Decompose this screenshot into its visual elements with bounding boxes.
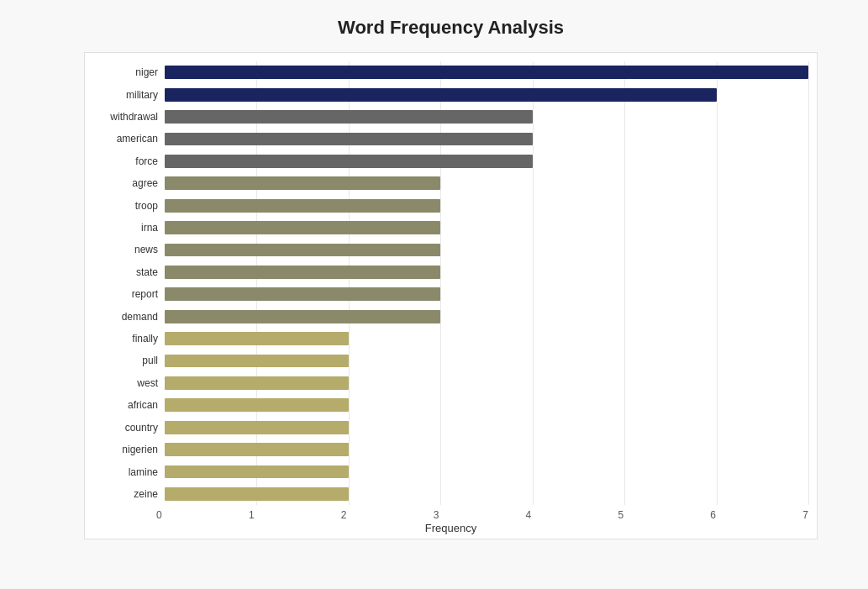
- bar: [165, 133, 533, 146]
- bar: [165, 155, 533, 168]
- x-axis-title: Frequency: [85, 522, 817, 534]
- bar: [165, 266, 440, 279]
- x-tick-label: 5: [618, 509, 623, 521]
- bar-row: withdrawal: [93, 106, 808, 128]
- bar-label: nigerien: [93, 444, 165, 455]
- bar: [165, 110, 533, 124]
- bar-row: report: [93, 283, 808, 305]
- bar-label: news: [93, 244, 165, 255]
- bar-row: finally: [93, 328, 808, 350]
- bar-row: lamine: [93, 460, 808, 482]
- bar-label: niger: [93, 66, 165, 78]
- bar-row: irna: [93, 217, 808, 239]
- bar: [165, 376, 349, 390]
- bar-row: niger: [93, 61, 808, 83]
- bar-label: withdrawal: [93, 111, 165, 123]
- bar-label: agree: [93, 177, 165, 189]
- bar-label: american: [93, 133, 165, 145]
- bar-track: [165, 355, 808, 368]
- bar-track: [165, 133, 808, 146]
- bar-label: troop: [93, 200, 165, 212]
- bar-row: agree: [93, 172, 808, 194]
- bar: [165, 310, 440, 323]
- bar-track: [165, 221, 808, 234]
- bar-track: [165, 465, 808, 479]
- bar-label: west: [93, 377, 165, 389]
- bar-row: country: [93, 417, 808, 439]
- bar: [165, 88, 717, 102]
- bar-row: state: [93, 261, 808, 283]
- bar-label: report: [93, 288, 165, 300]
- bar-track: [165, 199, 808, 213]
- bar-track: [165, 421, 808, 434]
- bar-label: lamine: [93, 466, 165, 478]
- bar-label: african: [93, 399, 165, 411]
- bar-label: country: [93, 422, 165, 434]
- bar: [165, 421, 349, 434]
- bar: [165, 355, 349, 368]
- bar: [165, 398, 349, 412]
- bar: [165, 465, 349, 479]
- bar-track: [165, 487, 808, 501]
- bar-track: [165, 244, 808, 257]
- x-tick-label: 4: [526, 509, 532, 521]
- bar-label: force: [93, 155, 165, 167]
- bar-track: [165, 376, 808, 390]
- chart-container: Word Frequency Analysis nigermilitarywit…: [0, 0, 868, 589]
- bar-track: [165, 398, 808, 412]
- bar-label: military: [93, 89, 165, 101]
- x-tick-label: 2: [341, 509, 347, 521]
- bar-track: [165, 88, 808, 102]
- bar-row: american: [93, 128, 808, 150]
- bar-row: troop: [93, 194, 808, 216]
- bar: [165, 443, 349, 456]
- bar-row: nigerien: [93, 439, 808, 460]
- bar-label: irna: [93, 222, 165, 234]
- x-tick-label: 6: [710, 509, 716, 521]
- bar-track: [165, 287, 808, 301]
- x-tick-label: 3: [434, 509, 439, 521]
- bar-track: [165, 155, 808, 168]
- bar: [165, 244, 440, 257]
- bar-label: state: [93, 266, 165, 278]
- bar-track: [165, 310, 808, 323]
- bar-label: pull: [93, 355, 165, 366]
- bar: [165, 66, 808, 79]
- bar-track: [165, 66, 808, 79]
- bar-label: demand: [93, 311, 165, 323]
- bar-row: demand: [93, 305, 808, 327]
- chart-title: Word Frequency Analysis: [84, 17, 818, 39]
- x-tick-label: 7: [802, 509, 808, 521]
- bar-track: [165, 266, 808, 279]
- bar-row: force: [93, 150, 808, 172]
- bar: [165, 332, 349, 345]
- bar-track: [165, 332, 808, 345]
- bar-track: [165, 443, 808, 456]
- bar: [165, 287, 440, 301]
- bar-row: pull: [93, 350, 808, 371]
- bar-row: west: [93, 372, 808, 394]
- bar: [165, 487, 349, 501]
- bar: [165, 199, 440, 213]
- bar: [165, 176, 440, 190]
- bar-row: african: [93, 394, 808, 416]
- bar-track: [165, 110, 808, 124]
- x-tick-label: 0: [156, 509, 162, 521]
- bar-row: military: [93, 83, 808, 105]
- bar-track: [165, 176, 808, 190]
- bar-label: zeine: [93, 488, 165, 500]
- x-tick-label: 1: [249, 509, 255, 521]
- bar-row: zeine: [93, 483, 808, 505]
- bar-label: finally: [93, 333, 165, 344]
- chart-area: nigermilitarywithdrawalamericanforceagre…: [84, 52, 818, 539]
- bar: [165, 221, 440, 234]
- bar-row: news: [93, 239, 808, 260]
- bars-area: nigermilitarywithdrawalamericanforceagre…: [85, 61, 817, 505]
